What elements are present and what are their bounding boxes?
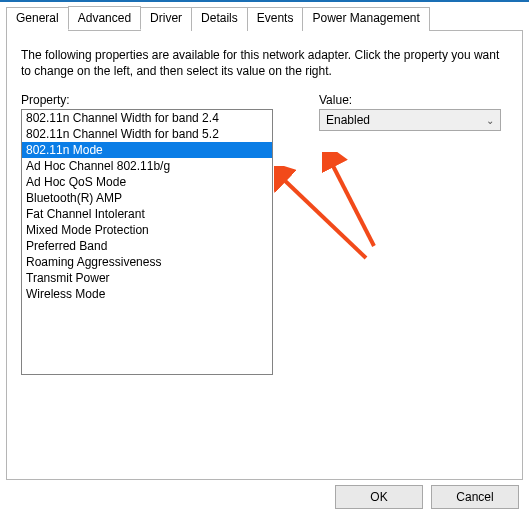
list-item[interactable]: Transmit Power: [22, 270, 272, 286]
cancel-button[interactable]: Cancel: [431, 485, 519, 509]
tab-details[interactable]: Details: [191, 7, 248, 31]
list-item[interactable]: Preferred Band: [22, 238, 272, 254]
list-item[interactable]: 802.11n Channel Width for band 5.2: [22, 126, 272, 142]
tab-general[interactable]: General: [6, 7, 69, 31]
list-item[interactable]: Wireless Mode: [22, 286, 272, 302]
list-item[interactable]: Ad Hoc Channel 802.11b/g: [22, 158, 272, 174]
list-item[interactable]: Mixed Mode Protection: [22, 222, 272, 238]
list-item[interactable]: Bluetooth(R) AMP: [22, 190, 272, 206]
tab-power-management[interactable]: Power Management: [302, 7, 429, 31]
tab-bar: General Advanced Driver Details Events P…: [0, 2, 529, 30]
advanced-panel: The following properties are available f…: [6, 30, 523, 480]
value-selected-text: Enabled: [326, 113, 370, 127]
list-item[interactable]: Ad Hoc QoS Mode: [22, 174, 272, 190]
tab-events[interactable]: Events: [247, 7, 304, 31]
panel-description: The following properties are available f…: [21, 47, 508, 79]
value-dropdown[interactable]: Enabled ⌄: [319, 109, 501, 131]
list-item[interactable]: Roaming Aggressiveness: [22, 254, 272, 270]
ok-button[interactable]: OK: [335, 485, 423, 509]
list-item[interactable]: 802.11n Channel Width for band 2.4: [22, 110, 272, 126]
tab-driver[interactable]: Driver: [140, 7, 192, 31]
dialog-buttons: OK Cancel: [335, 485, 519, 509]
list-item[interactable]: Fat Channel Intolerant: [22, 206, 272, 222]
value-label: Value:: [319, 93, 508, 107]
chevron-down-icon: ⌄: [486, 115, 494, 126]
property-label: Property:: [21, 93, 273, 107]
tab-advanced[interactable]: Advanced: [68, 6, 141, 30]
list-item[interactable]: 802.11n Mode: [22, 142, 272, 158]
property-listbox[interactable]: 802.11n Channel Width for band 2.4 802.1…: [21, 109, 273, 375]
